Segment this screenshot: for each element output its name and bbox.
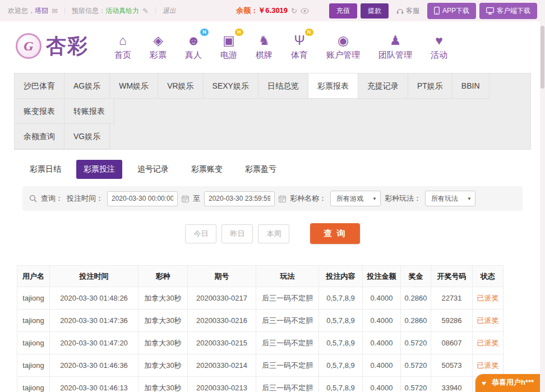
yesterday-button[interactable]: 昨日 (221, 224, 253, 243)
today-button[interactable]: 今日 (185, 224, 216, 243)
topbar: 欢迎您，塔囧 ✉ 预留信息：活动真给力 ✎ 退出 余额：￥6.3019 ↻ 充值… (0, 0, 545, 21)
app-download-button[interactable]: APP下载 (427, 3, 476, 19)
nav-item-sports[interactable]: Ψ N 体育 (291, 31, 308, 61)
board-games-icon: ♞ (258, 33, 270, 48)
nav-item-activity[interactable]: ♥ 活动 (431, 31, 447, 61)
cell-bet-content: 0,5,7,8,9 (319, 310, 363, 332)
withdraw-button[interactable]: 提款 (361, 3, 389, 19)
tab-daily-summary[interactable]: 日结总览 (258, 73, 308, 99)
bet-time-from-input[interactable] (107, 191, 178, 206)
cell-bet-content: 0,5,7,8,9 (319, 332, 363, 354)
lottery-subtabs: 彩票日结 彩票投注 追号记录 彩票账变 彩票盈亏 (22, 160, 523, 179)
nav-item-lottery[interactable]: ◈ 彩票 (150, 31, 167, 61)
search-button[interactable]: 查 询 (310, 223, 359, 244)
tab-transfer-report[interactable]: 转账报表 (64, 99, 114, 124)
customer-service-link[interactable]: 客服 (396, 6, 419, 16)
subtab-lottery-bets[interactable]: 彩票投注 (76, 160, 122, 179)
brand-logo[interactable]: G 杏彩 (16, 33, 89, 60)
lottery-name-select[interactable]: 所有游戏 ▼ (330, 191, 381, 206)
calendar-icon[interactable] (182, 195, 189, 202)
nav-label-activity: 活动 (431, 50, 447, 61)
cell-draw-result: 22731 (431, 287, 473, 310)
chevron-down-icon: ▼ (464, 191, 475, 206)
nav-item-egames[interactable]: ▣ H 电游 (220, 31, 237, 61)
hot-badge: H (235, 29, 243, 36)
subtab-chase-records[interactable]: 追号记录 (130, 160, 176, 179)
tab-wm-entertainment[interactable]: WM娱乐 (110, 73, 158, 99)
cell-bet-time: 2020-03-30 01:46:13 (50, 377, 138, 392)
cell-bet-content: 0,5,7,8,9 (319, 377, 363, 392)
cell-bet-amount: 0.4000 (363, 354, 401, 377)
app-download-label: APP下载 (442, 6, 469, 16)
tab-lottery-report[interactable]: 彩票报表 (308, 73, 358, 99)
table-row: tajiong 2020-03-30 01:46:13 加拿大30秒 20200… (17, 377, 504, 392)
tab-vr-entertainment[interactable]: VR娱乐 (158, 73, 203, 99)
brand-logo-icon: G (16, 33, 41, 59)
nav-label-team-management: 团队管理 (378, 50, 412, 61)
logout-link[interactable]: 退出 (163, 6, 176, 16)
calendar-icon[interactable] (279, 195, 286, 202)
lottery-name-selected-value: 所有游戏 (331, 194, 369, 204)
nav-item-team-management[interactable]: ♟ 团队管理 (378, 31, 412, 61)
report-tabs: 沙巴体育 AG娱乐 WM娱乐 VR娱乐 SEXY娱乐 日结总览 彩票报表 充提记… (14, 73, 531, 150)
cell-username: tajiong (17, 377, 50, 392)
table-row: tajiong 2020-03-30 01:47:36 加拿大30秒 20200… (17, 310, 504, 332)
home-icon: ⌂ (119, 33, 127, 48)
cell-bet-time: 2020-03-30 01:46:36 (50, 354, 138, 377)
sports-icon: Ψ (294, 33, 304, 48)
new-badge: N (200, 29, 209, 36)
client-download-button[interactable]: 客户端下载 (479, 3, 537, 19)
lottery-icon: ◈ (153, 33, 163, 48)
edit-icon[interactable]: ✎ (142, 7, 149, 15)
col-status: 状态 (473, 266, 504, 287)
nav-item-board-games[interactable]: ♞ 棋牌 (256, 31, 272, 61)
tab-bbin[interactable]: BBIN (452, 73, 489, 99)
cell-bet-amount: 0.4000 (363, 377, 401, 392)
eye-icon[interactable] (301, 8, 309, 14)
this-week-button[interactable]: 本周 (258, 224, 289, 243)
cell-play-type: 后三一码不定胆 (256, 287, 319, 310)
deposit-button[interactable]: 充值 (329, 3, 357, 19)
winner-toast[interactable]: ► 恭喜用户h*** (475, 374, 542, 392)
scrollbar-track[interactable] (540, 0, 545, 392)
megaphone-icon: ► (479, 377, 489, 388)
col-bet-amount: 投注金额 (363, 266, 401, 287)
toast-text: 恭喜用户h*** (492, 377, 534, 388)
tab-deposit-withdraw-records[interactable]: 充提记录 (358, 73, 408, 99)
refresh-icon[interactable]: ↻ (291, 7, 297, 15)
nav-item-live[interactable]: ☻ N 真人 (185, 31, 202, 61)
cell-issue: 20200330-0214 (188, 354, 256, 377)
subtab-lottery-profit-loss[interactable]: 彩票盈亏 (238, 160, 284, 179)
nav-item-account-management[interactable]: ◉ 账户管理 (326, 31, 360, 61)
site-header: G 杏彩 ⌂ 首页 ◈ 彩票 ☻ N 真人 ▣ H 电游 ♞ 棋牌 (0, 21, 545, 71)
tab-pt-entertainment[interactable]: PT娱乐 (408, 73, 452, 99)
nav-label-live: 真人 (185, 50, 202, 61)
quick-filter-row: 今日 昨日 本周 查 询 (0, 223, 545, 244)
play-type-select[interactable]: 所有玩法 ▼ (425, 191, 475, 206)
tab-ag-entertainment[interactable]: AG娱乐 (64, 73, 110, 99)
tab-saba-sports[interactable]: 沙巴体育 (15, 73, 64, 99)
tab-account-change-report[interactable]: 账变报表 (15, 99, 64, 124)
tab-sexy-entertainment[interactable]: SEXY娱乐 (204, 73, 258, 99)
nav-label-board-games: 棋牌 (256, 50, 272, 61)
username-link[interactable]: 塔囧 (35, 7, 48, 15)
bet-time-label: 投注时间： (67, 193, 103, 204)
tab-vg-entertainment[interactable]: VG娱乐 (64, 124, 110, 149)
mail-icon[interactable]: ✉ (52, 7, 58, 15)
scrollbar-thumb[interactable] (541, 26, 544, 89)
cell-prize: 0.2860 (401, 287, 431, 310)
col-lottery: 彩种 (138, 266, 188, 287)
cell-lottery: 加拿大30秒 (138, 287, 188, 310)
welcome-prefix: 欢迎您， (8, 7, 35, 15)
account-management-icon: ◉ (338, 33, 349, 48)
subtab-lottery-daily[interactable]: 彩票日结 (22, 160, 68, 179)
cell-play-type: 后三一码不定胆 (256, 332, 319, 354)
subtab-lottery-account-change[interactable]: 彩票账变 (184, 160, 230, 179)
nav-label-sports: 体育 (291, 50, 308, 61)
tab-balance-query[interactable]: 余额查询 (15, 124, 64, 149)
bet-time-to-input[interactable] (204, 191, 275, 206)
cell-draw-result: 33940 (431, 377, 473, 392)
nav-item-home[interactable]: ⌂ 首页 (114, 31, 131, 61)
cell-draw-result: 08607 (431, 332, 473, 354)
cell-bet-content: 0,5,7,8,9 (319, 287, 363, 310)
